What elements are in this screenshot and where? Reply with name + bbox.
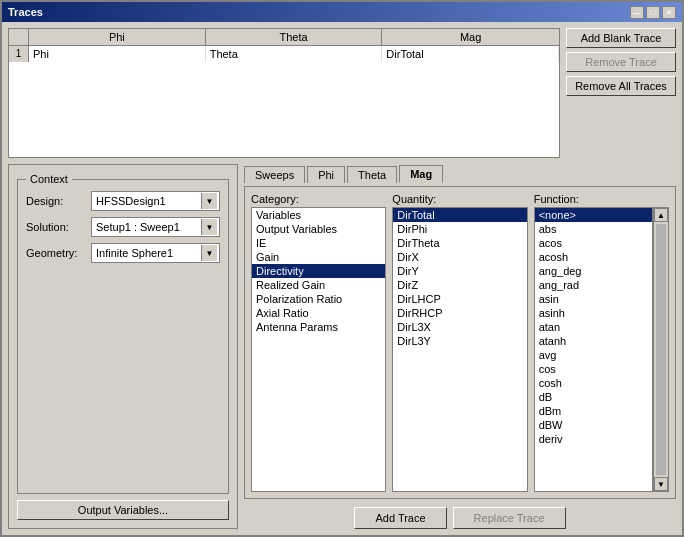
list-item[interactable]: dBm: [535, 404, 652, 418]
bottom-buttons: Add Trace Replace Trace: [244, 503, 676, 529]
list-item[interactable]: DirRHCP: [393, 306, 526, 320]
list-item[interactable]: atan: [535, 320, 652, 334]
remove-all-traces-button[interactable]: Remove All Traces: [566, 76, 676, 96]
list-item[interactable]: DirX: [393, 250, 526, 264]
add-trace-button[interactable]: Add Trace: [354, 507, 446, 529]
trace-table: Phi Theta Mag 1 Phi Theta DirTotal: [8, 28, 560, 158]
traces-window: Traces — □ × Phi Theta Mag 1 Phi Theta D: [0, 0, 684, 537]
list-item[interactable]: dB: [535, 390, 652, 404]
remove-trace-button[interactable]: Remove Trace: [566, 52, 676, 72]
trace-buttons: Add Blank Trace Remove Trace Remove All …: [566, 28, 676, 158]
list-item[interactable]: Gain: [252, 250, 385, 264]
replace-trace-button[interactable]: Replace Trace: [453, 507, 566, 529]
list-item[interactable]: cosh: [535, 376, 652, 390]
scroll-up-button[interactable]: ▲: [654, 208, 668, 222]
list-item[interactable]: avg: [535, 348, 652, 362]
add-blank-trace-button[interactable]: Add Blank Trace: [566, 28, 676, 48]
quantity-section: Quantity: DirTotal DirPhi DirTheta DirX …: [392, 193, 527, 492]
output-variables-button[interactable]: Output Variables...: [17, 500, 229, 520]
list-item[interactable]: abs: [535, 222, 652, 236]
three-columns: Category: Variables Output Variables IE …: [251, 193, 669, 492]
scroll-down-button[interactable]: ▼: [654, 477, 668, 491]
function-list-wrapper: <none> abs acos acosh ang_deg ang_rad as…: [534, 207, 669, 492]
maximize-button[interactable]: □: [646, 6, 660, 19]
list-item[interactable]: DirTheta: [393, 236, 526, 250]
title-bar: Traces — □ ×: [2, 2, 682, 22]
solution-dropdown[interactable]: Setup1 : Sweep1 ▼: [91, 217, 220, 237]
list-item[interactable]: ang_rad: [535, 278, 652, 292]
solution-row: Solution: Setup1 : Sweep1 ▼: [26, 217, 220, 237]
list-item[interactable]: deriv: [535, 432, 652, 446]
function-section: Function: <none> abs acos acosh ang_deg …: [534, 193, 669, 492]
list-item[interactable]: cos: [535, 362, 652, 376]
list-item[interactable]: ang_deg: [535, 264, 652, 278]
list-item[interactable]: acosh: [535, 250, 652, 264]
function-label: Function:: [534, 193, 669, 205]
list-item[interactable]: DirPhi: [393, 222, 526, 236]
design-label: Design:: [26, 195, 91, 207]
list-item[interactable]: dBW: [535, 418, 652, 432]
list-item-directivity[interactable]: Directivity: [252, 264, 385, 278]
list-item[interactable]: DirL3X: [393, 320, 526, 334]
tab-theta[interactable]: Theta: [347, 166, 397, 183]
list-item-dirtotal[interactable]: DirTotal: [393, 208, 526, 222]
tab-sweeps[interactable]: Sweeps: [244, 166, 305, 183]
solution-dropdown-arrow[interactable]: ▼: [201, 219, 217, 235]
row-num: 1: [9, 46, 29, 62]
row-phi: Phi: [29, 46, 206, 62]
window-body: Phi Theta Mag 1 Phi Theta DirTotal Add B…: [2, 22, 682, 535]
category-section: Category: Variables Output Variables IE …: [251, 193, 386, 492]
list-item-none[interactable]: <none>: [535, 208, 652, 222]
col-mag: Mag: [382, 29, 559, 45]
context-fieldset: Context Design: HFSSDesign1 ▼ Solution: …: [17, 173, 229, 494]
design-dropdown-arrow[interactable]: ▼: [201, 193, 217, 209]
minimize-button[interactable]: —: [630, 6, 644, 19]
solution-label: Solution:: [26, 221, 91, 233]
geometry-dropdown[interactable]: Infinite Sphere1 ▼: [91, 243, 220, 263]
list-item[interactable]: Polarization Ratio: [252, 292, 385, 306]
list-item[interactable]: Antenna Params: [252, 320, 385, 334]
design-value: HFSSDesign1: [94, 195, 201, 207]
col-phi: Phi: [29, 29, 206, 45]
list-item[interactable]: DirZ: [393, 278, 526, 292]
row-theta: Theta: [206, 46, 383, 62]
quantity-list[interactable]: DirTotal DirPhi DirTheta DirX DirY DirZ …: [392, 207, 527, 492]
function-list[interactable]: <none> abs acos acosh ang_deg ang_rad as…: [534, 207, 653, 492]
col-num: [9, 29, 29, 45]
trace-table-area: Phi Theta Mag 1 Phi Theta DirTotal Add B…: [8, 28, 676, 158]
function-scrollbar[interactable]: ▲ ▼: [653, 207, 669, 492]
list-item[interactable]: acos: [535, 236, 652, 250]
bottom-area: Context Design: HFSSDesign1 ▼ Solution: …: [8, 164, 676, 529]
row-mag: DirTotal: [382, 46, 559, 62]
trace-table-header: Phi Theta Mag: [9, 29, 559, 46]
list-item[interactable]: DirY: [393, 264, 526, 278]
list-item[interactable]: Variables: [252, 208, 385, 222]
list-item[interactable]: asinh: [535, 306, 652, 320]
list-item[interactable]: DirLHCP: [393, 292, 526, 306]
context-legend: Context: [26, 173, 72, 185]
tab-content: Category: Variables Output Variables IE …: [244, 186, 676, 499]
list-item[interactable]: DirL3Y: [393, 334, 526, 348]
design-dropdown[interactable]: HFSSDesign1 ▼: [91, 191, 220, 211]
category-label: Category:: [251, 193, 386, 205]
table-row[interactable]: 1 Phi Theta DirTotal: [9, 46, 559, 62]
list-item[interactable]: Axial Ratio: [252, 306, 385, 320]
list-item[interactable]: atanh: [535, 334, 652, 348]
list-item[interactable]: Output Variables: [252, 222, 385, 236]
geometry-label: Geometry:: [26, 247, 91, 259]
geometry-row: Geometry: Infinite Sphere1 ▼: [26, 243, 220, 263]
design-row: Design: HFSSDesign1 ▼: [26, 191, 220, 211]
list-item[interactable]: Realized Gain: [252, 278, 385, 292]
right-panel: Sweeps Phi Theta Mag Category: Variables…: [244, 164, 676, 529]
list-item[interactable]: IE: [252, 236, 385, 250]
list-item[interactable]: asin: [535, 292, 652, 306]
tab-mag[interactable]: Mag: [399, 165, 443, 183]
scrollbar-thumb[interactable]: [656, 224, 666, 475]
context-panel: Context Design: HFSSDesign1 ▼ Solution: …: [8, 164, 238, 529]
close-button[interactable]: ×: [662, 6, 676, 19]
geometry-value: Infinite Sphere1: [94, 247, 201, 259]
tab-phi[interactable]: Phi: [307, 166, 345, 183]
quantity-label: Quantity:: [392, 193, 527, 205]
geometry-dropdown-arrow[interactable]: ▼: [201, 245, 217, 261]
category-list[interactable]: Variables Output Variables IE Gain Direc…: [251, 207, 386, 492]
